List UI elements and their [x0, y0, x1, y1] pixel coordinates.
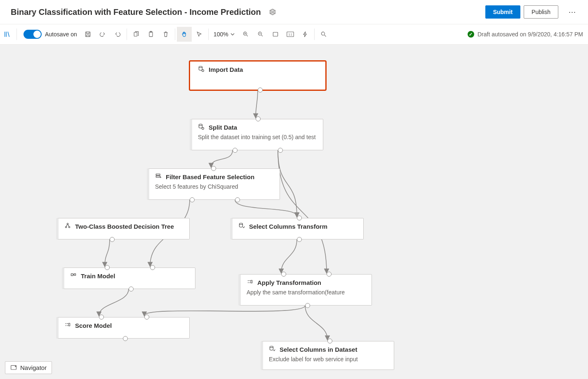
svg-rect-3 — [149, 32, 153, 36]
node-select-cols-ds[interactable]: Select Columns in DatasetExclude label f… — [261, 341, 394, 370]
undo-button[interactable] — [95, 27, 110, 42]
node-title: Select Columns in Dataset — [280, 346, 357, 353]
fit-screen-button[interactable] — [268, 27, 283, 42]
output-port[interactable] — [129, 287, 134, 291]
node-subtitle: Split the dataset into training set (0.5… — [198, 134, 317, 140]
svg-point-18 — [65, 227, 66, 228]
svg-rect-15 — [156, 174, 160, 175]
svg-point-29 — [67, 323, 68, 324]
node-title: Score Model — [75, 322, 112, 329]
input-port[interactable] — [281, 272, 286, 277]
more-button[interactable]: ··· — [564, 5, 581, 19]
svg-point-20 — [239, 223, 242, 225]
submit-button[interactable]: Submit — [485, 5, 520, 19]
delete-button[interactable] — [158, 27, 173, 42]
svg-rect-2 — [134, 32, 137, 36]
zoom-level-select[interactable]: 100% — [210, 31, 238, 38]
svg-point-17 — [67, 223, 68, 225]
library-icon — [4, 31, 11, 38]
filter-icon — [155, 173, 162, 181]
input-port[interactable] — [99, 315, 104, 320]
pan-tool-button[interactable] — [177, 27, 192, 42]
svg-point-14 — [202, 128, 204, 130]
output-port[interactable] — [235, 197, 240, 202]
output-port[interactable] — [278, 148, 283, 153]
node-title: Select Columns Transform — [249, 223, 327, 230]
node-title: Import Data — [209, 66, 243, 73]
actual-size-button[interactable]: 1:1 — [283, 27, 298, 42]
input-port[interactable] — [297, 216, 302, 220]
node-subtitle: Exclude label for web service input — [269, 356, 388, 362]
dots-icon — [247, 279, 253, 287]
zoom-in-button[interactable] — [238, 27, 253, 42]
search-button[interactable] — [316, 27, 331, 42]
cursor-icon — [196, 31, 202, 38]
output-port[interactable] — [110, 237, 115, 242]
db-icon — [198, 66, 205, 73]
svg-rect-27 — [251, 280, 252, 283]
settings-button[interactable] — [267, 6, 278, 18]
input-port[interactable] — [150, 265, 155, 270]
node-import-data[interactable]: Import Data — [190, 61, 326, 90]
node-subtitle: Select 5 features by ChiSquared — [155, 183, 274, 190]
node-select-cols-xf[interactable]: Select Columns Transform — [230, 218, 364, 239]
copy-button[interactable] — [129, 27, 143, 42]
input-port[interactable] — [105, 265, 110, 270]
redo-button[interactable] — [110, 27, 125, 42]
navigator-button[interactable]: Navigator — [5, 361, 52, 374]
svg-rect-21 — [71, 274, 73, 276]
toolbar: Autosave on 100% 1:1 — [0, 24, 588, 45]
node-score-model[interactable]: Score Model — [56, 317, 190, 339]
output-port[interactable] — [123, 336, 128, 341]
svg-point-30 — [66, 325, 66, 326]
input-port[interactable] — [144, 315, 149, 320]
success-icon: ✓ — [468, 31, 474, 38]
select-tool-button[interactable] — [192, 27, 207, 42]
ellipsis-icon: ··· — [569, 8, 576, 17]
node-boosted-tree[interactable]: Two-Class Boosted Decision Tree — [56, 218, 190, 239]
svg-point-31 — [67, 325, 68, 326]
lightning-icon — [302, 31, 308, 38]
cols-icon — [238, 223, 245, 230]
input-port[interactable] — [327, 339, 332, 343]
node-apply-xf[interactable]: Apply TransformationApply the same trans… — [238, 274, 372, 306]
svg-point-10 — [321, 32, 325, 35]
svg-point-19 — [68, 227, 70, 228]
input-port[interactable] — [256, 116, 261, 121]
input-port[interactable] — [211, 166, 216, 171]
node-filter-feat[interactable]: Filter Based Feature SelectionSelect 5 f… — [147, 168, 280, 200]
output-port[interactable] — [258, 88, 263, 92]
paste-button[interactable] — [143, 27, 158, 42]
output-port[interactable] — [233, 148, 238, 153]
save-button[interactable] — [80, 27, 95, 42]
cols-icon — [269, 346, 275, 353]
svg-rect-16 — [156, 176, 160, 177]
output-port[interactable] — [190, 197, 195, 202]
input-port[interactable] — [327, 272, 332, 277]
node-title: Filter Based Feature Selection — [166, 173, 254, 180]
search-icon — [320, 31, 327, 38]
svg-point-25 — [248, 282, 249, 283]
library-panel-button[interactable] — [0, 27, 15, 42]
zoom-in-icon — [242, 31, 249, 38]
redo-icon — [114, 31, 121, 38]
node-split-data[interactable]: Split DataSplit the dataset into trainin… — [190, 119, 323, 150]
node-train-model[interactable]: Train Model — [62, 268, 195, 289]
db-icon — [198, 123, 205, 131]
svg-rect-7 — [273, 32, 278, 36]
zoom-out-button[interactable] — [253, 27, 268, 42]
one-to-one-icon: 1:1 — [287, 31, 294, 38]
svg-point-12 — [202, 70, 204, 72]
pipeline-canvas[interactable]: Import DataSplit DataSplit the dataset i… — [0, 45, 588, 379]
node-title: Split Data — [209, 124, 237, 131]
output-port[interactable] — [305, 303, 310, 308]
svg-point-24 — [249, 280, 250, 281]
autosave-toggle[interactable] — [24, 30, 42, 39]
output-port[interactable] — [297, 237, 302, 242]
svg-point-13 — [199, 124, 202, 126]
publish-button[interactable]: Publish — [524, 5, 558, 19]
page-header: Binary Classification with Feature Selec… — [0, 0, 588, 24]
svg-point-33 — [270, 346, 273, 348]
auto-arrange-button[interactable] — [298, 27, 313, 42]
svg-rect-32 — [68, 323, 70, 326]
